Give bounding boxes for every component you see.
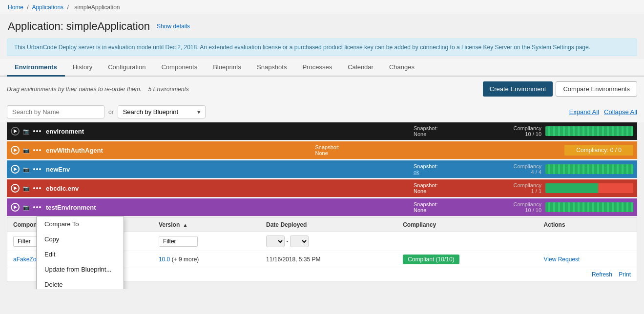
tab-bar: Environments History Configuration Compo… bbox=[0, 59, 644, 77]
search-bar: or Search by Blueprint ▼ Expand All Coll… bbox=[0, 101, 644, 122]
drag-hint: Drag environments by their names to re-o… bbox=[7, 86, 142, 93]
env-snapshot-testEnvironment: Snapshot:None bbox=[409, 201, 467, 213]
env-compliancy-ebcdic-env: Compliancy1 / 1 bbox=[467, 182, 545, 194]
env-row-testEnvironment: 📷 testEnvironment Snapshot:None Complian… bbox=[7, 198, 637, 216]
svg-marker-4 bbox=[14, 205, 17, 209]
search-name-input[interactable] bbox=[7, 105, 104, 118]
breadcrumb-applications[interactable]: Applications bbox=[32, 4, 63, 11]
svg-marker-2 bbox=[14, 167, 17, 171]
menu-copy[interactable]: Copy bbox=[37, 232, 124, 247]
env-snapshot-newEnv: Snapshot:ok bbox=[409, 163, 467, 175]
tab-calendar[interactable]: Calendar bbox=[340, 59, 381, 77]
tab-blueprints[interactable]: Blueprints bbox=[205, 59, 249, 77]
breadcrumb-home[interactable]: Home bbox=[8, 4, 23, 11]
date-filter-select-to[interactable] bbox=[290, 236, 309, 247]
version-filter-input[interactable] bbox=[159, 236, 198, 247]
version-link[interactable]: 10.0 bbox=[159, 256, 170, 263]
date-filter-select-from[interactable] bbox=[266, 236, 285, 247]
env-snapshot-envWithAuthAgent: Snapshot:None bbox=[311, 144, 369, 156]
env-row-ebcdic-env: 📷 ebcdic.env Snapshot:None Compliancy1 /… bbox=[7, 179, 637, 197]
camera-icon[interactable]: 📷 bbox=[22, 165, 31, 174]
env-name-environment[interactable]: environment bbox=[41, 128, 409, 135]
tab-history[interactable]: History bbox=[65, 59, 100, 77]
env-compliancy-testEnvironment: Compliancy10 / 10 bbox=[467, 201, 545, 213]
camera-icon[interactable]: 📷 bbox=[22, 203, 31, 212]
menu-update-from-blueprint[interactable]: Update from Blueprint... bbox=[37, 262, 124, 277]
env-bar-environment bbox=[545, 126, 633, 136]
env-row-envWithAuthAgent: 📷 envWithAuthAgent Snapshot:None Complia… bbox=[7, 141, 637, 159]
env-compliancy-newEnv: Compliancy4 / 4 bbox=[467, 163, 545, 175]
camera-icon[interactable]: 📷 bbox=[22, 127, 31, 136]
expand-collapse-controls: Expand All Collapse All bbox=[569, 108, 637, 116]
env-row-newEnv: 📷 newEnv Snapshot:ok Compliancy4 / 4 bbox=[7, 160, 637, 178]
svg-marker-1 bbox=[14, 148, 17, 152]
camera-icon[interactable]: 📷 bbox=[22, 184, 31, 193]
toolbar: Drag environments by their names to re-o… bbox=[0, 77, 644, 101]
menu-compare-to[interactable]: Compare To bbox=[37, 216, 124, 232]
svg-marker-3 bbox=[14, 186, 17, 190]
play-icon[interactable] bbox=[11, 203, 20, 212]
env-icons-newEnv: 📷 bbox=[11, 165, 41, 174]
env-name-newEnv[interactable]: newEnv bbox=[41, 166, 409, 173]
search-blueprint-select[interactable]: Search by Blueprint bbox=[118, 105, 206, 118]
env-icons-ebcdic-env: 📷 bbox=[11, 184, 41, 193]
more-options-icon[interactable] bbox=[33, 206, 41, 208]
more-options-icon[interactable] bbox=[33, 130, 41, 132]
tab-changes[interactable]: Changes bbox=[381, 59, 422, 77]
menu-edit[interactable]: Edit bbox=[37, 247, 124, 262]
page-title: Application: simpleApplication bbox=[8, 20, 150, 33]
play-icon[interactable] bbox=[11, 165, 20, 174]
more-options-icon[interactable] bbox=[33, 168, 41, 170]
page-header: Application: simpleApplication Show deta… bbox=[0, 15, 644, 36]
tab-snapshots[interactable]: Snapshots bbox=[249, 59, 294, 77]
env-name-testEnvironment[interactable]: testEnvironment bbox=[41, 204, 409, 211]
env-compliancy-environment: Compliancy10 / 10 bbox=[467, 125, 545, 137]
version-more: (+ 9 more) bbox=[172, 256, 199, 263]
tab-components[interactable]: Components bbox=[153, 59, 205, 77]
tab-environments[interactable]: Environments bbox=[7, 59, 65, 77]
refresh-link[interactable]: Refresh bbox=[592, 271, 612, 278]
more-options-icon[interactable] bbox=[33, 149, 41, 151]
col-actions: Actions bbox=[538, 218, 637, 232]
play-icon[interactable] bbox=[11, 184, 20, 193]
more-options-icon[interactable] bbox=[33, 187, 41, 189]
show-details-link[interactable]: Show details bbox=[157, 23, 190, 30]
search-blueprint-wrapper: Search by Blueprint ▼ bbox=[118, 105, 206, 118]
play-icon[interactable] bbox=[11, 127, 20, 136]
col-compliancy: Compliancy bbox=[397, 218, 538, 232]
notice-bar: This UrbanCode Deploy server is in evalu… bbox=[7, 39, 637, 56]
context-menu: Compare To Copy Edit Update from Bluepri… bbox=[36, 216, 124, 289]
play-icon[interactable] bbox=[11, 146, 20, 155]
env-name-ebcdic-env[interactable]: ebcdic.env bbox=[41, 185, 409, 192]
env-row-environment: 📷 environment Snapshot:None Compliancy10… bbox=[7, 122, 637, 140]
menu-delete[interactable]: Delete bbox=[37, 277, 124, 289]
expand-all-button[interactable]: Expand All bbox=[569, 108, 599, 116]
tab-configuration[interactable]: Configuration bbox=[100, 59, 153, 77]
print-link[interactable]: Print bbox=[619, 271, 631, 278]
compliant-badge: Compliant (10/10) bbox=[403, 255, 459, 264]
environment-list: 📷 environment Snapshot:None Compliancy10… bbox=[0, 122, 644, 289]
env-count: 5 Environments bbox=[148, 86, 188, 93]
env-name-envWithAuthAgent[interactable]: envWithAuthAgent bbox=[41, 147, 311, 154]
date-range-separator: - bbox=[286, 238, 288, 245]
create-environment-button[interactable]: Create Environment bbox=[483, 81, 553, 97]
sort-icon: ▲ bbox=[183, 222, 188, 228]
env-icons-environment: 📷 bbox=[11, 127, 41, 136]
col-version: Version ▲ bbox=[153, 218, 260, 232]
env-icons-envWithAuthAgent: 📷 bbox=[11, 146, 41, 155]
env-snapshot-ebcdic-env: Snapshot:None bbox=[409, 182, 467, 194]
env-row-testEnvironment-container: 📷 testEnvironment Snapshot:None Complian… bbox=[7, 198, 637, 281]
view-request-link[interactable]: View Request bbox=[544, 256, 580, 263]
breadcrumb: Home / Applications / simpleApplication bbox=[0, 0, 644, 15]
env-icons-testEnvironment: 📷 bbox=[11, 203, 41, 212]
compare-environments-button[interactable]: Compare Environments bbox=[556, 81, 637, 97]
breadcrumb-current: simpleApplication bbox=[74, 4, 120, 11]
env-bar-newEnv bbox=[545, 164, 633, 174]
col-date-deployed: Date Deployed bbox=[260, 218, 397, 232]
collapse-all-button[interactable]: Collapse All bbox=[604, 108, 637, 116]
tab-processes[interactable]: Processes bbox=[294, 59, 340, 77]
env-bar-testEnvironment bbox=[545, 202, 633, 212]
svg-marker-0 bbox=[14, 129, 17, 133]
date-deployed-cell: 11/16/2018, 5:35 PM bbox=[260, 251, 397, 268]
camera-icon[interactable]: 📷 bbox=[22, 146, 31, 155]
